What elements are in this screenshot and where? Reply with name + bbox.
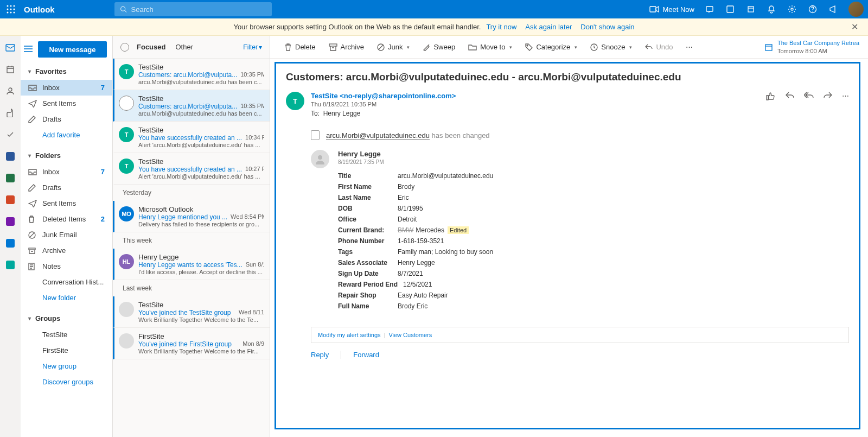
- account-avatar[interactable]: [848, 2, 864, 17]
- modify-alert-link[interactable]: Modify my alert settings: [318, 332, 381, 338]
- delete-button[interactable]: Delete: [279, 40, 321, 55]
- help-icon[interactable]: [807, 4, 818, 15]
- onenote-app-icon[interactable]: [5, 216, 16, 227]
- document-icon: [311, 130, 320, 140]
- new-folder-link[interactable]: New folder: [21, 290, 112, 306]
- nav-item-junk-email[interactable]: Junk Email: [21, 227, 112, 243]
- ask-later-link[interactable]: Ask again later: [525, 23, 572, 31]
- calendar-peek[interactable]: The Best Car Company Retrea Tomorrow 8:0…: [764, 39, 859, 55]
- select-all-toggle[interactable]: [120, 43, 129, 52]
- nav-item-sent-items[interactable]: Sent Items: [21, 96, 112, 111]
- nav-item-firstsite[interactable]: FirstSite: [21, 343, 112, 358]
- chevron-down-icon: ▾: [629, 45, 632, 50]
- calendar-rail-icon[interactable]: [5, 64, 16, 75]
- logo[interactable]: Outlook: [24, 5, 55, 14]
- changed-item-link[interactable]: arcu.Morbi@vulputateduinec.edu: [326, 131, 430, 140]
- app-launcher-icon[interactable]: [4, 3, 17, 16]
- more-icon[interactable]: ⋯: [842, 92, 849, 102]
- nav-item-inbox[interactable]: Inbox7: [21, 80, 112, 96]
- nav-item-testsite[interactable]: TestSite: [21, 327, 112, 343]
- edited-badge: Edited: [448, 226, 469, 234]
- files-rail-icon[interactable]: [5, 107, 16, 118]
- search-box[interactable]: [114, 2, 272, 16]
- modifier-avatar: [311, 150, 329, 168]
- message-avatar: T: [119, 64, 134, 79]
- nav-item-label: Drafts: [42, 115, 61, 123]
- nav-item-deleted-items[interactable]: Deleted Items2: [21, 211, 112, 227]
- try-it-now-link[interactable]: Try it now: [486, 23, 516, 31]
- tab-focused[interactable]: Focused: [137, 43, 165, 51]
- forward-icon[interactable]: [824, 92, 832, 102]
- message-item[interactable]: TestSiteYou've joined the TestSite group…: [113, 296, 270, 328]
- mail-rail-icon[interactable]: [5, 42, 16, 53]
- snooze-button[interactable]: Snooze▾: [585, 40, 637, 54]
- megaphone-icon[interactable]: [828, 4, 839, 15]
- archive-button[interactable]: Archive: [323, 40, 369, 54]
- reply-icon[interactable]: [786, 92, 794, 102]
- undo-button[interactable]: Undo: [640, 40, 678, 54]
- my-day-icon[interactable]: [745, 4, 756, 15]
- teams-chat-icon[interactable]: [704, 4, 715, 15]
- svg-point-33: [318, 155, 322, 160]
- field-row: DOB8/1/1995: [338, 203, 493, 214]
- like-icon[interactable]: [766, 92, 776, 102]
- yammer-app-icon[interactable]: [5, 238, 16, 249]
- bookings-app-icon[interactable]: [5, 259, 16, 270]
- teams-icon[interactable]: [725, 4, 736, 15]
- sender-avatar[interactable]: T: [286, 92, 304, 110]
- add-favorite-link[interactable]: Add favorite: [21, 127, 112, 143]
- field-row: Phone Number1-618-159-3521: [338, 236, 493, 246]
- forward-button[interactable]: Forward: [353, 351, 379, 359]
- alert-links: Modify my alert settings|View Customers: [311, 327, 849, 343]
- nav-item-label: TestSite: [42, 331, 67, 339]
- filter-button[interactable]: Filter▾: [243, 43, 262, 51]
- new-group-link[interactable]: New group: [21, 358, 112, 374]
- close-icon[interactable]: ✕: [851, 22, 858, 32]
- people-rail-icon[interactable]: [5, 86, 16, 97]
- reply-button[interactable]: Reply: [311, 351, 329, 359]
- message-item[interactable]: TTestSiteYou have successfully created a…: [113, 153, 270, 185]
- message-item[interactable]: MOMicrosoft OutlookHenry Legge mentioned…: [113, 201, 270, 232]
- reply-all-icon[interactable]: [804, 92, 814, 102]
- nav-item-inbox[interactable]: Inbox7: [21, 164, 112, 180]
- nav-item-conversation-hist-[interactable]: Conversation Hist...: [21, 274, 112, 290]
- settings-icon[interactable]: [787, 4, 797, 15]
- sender-name[interactable]: TestSite <no-reply@sharepointonline.com>: [311, 92, 760, 100]
- view-customers-link[interactable]: View Customers: [388, 332, 432, 338]
- discover-groups-link[interactable]: Discover groups: [21, 374, 112, 390]
- categorize-button[interactable]: Categorize▾: [520, 40, 583, 54]
- message-item[interactable]: TestSiteCustomers: arcu.Morbi@vulputa...…: [113, 90, 270, 122]
- nav-item-sent-items[interactable]: Sent Items: [21, 195, 112, 211]
- todo-rail-icon[interactable]: [5, 129, 16, 140]
- message-item[interactable]: TTestSiteYou have successfully created a…: [113, 122, 270, 153]
- dont-show-link[interactable]: Don't show again: [580, 23, 634, 31]
- move-to-button[interactable]: Move to▾: [463, 40, 518, 54]
- message-item[interactable]: FirstSiteYou've joined the FirstSite gro…: [113, 328, 270, 359]
- tab-other[interactable]: Other: [175, 43, 193, 51]
- message-item[interactable]: HLHenry LeggeHenry Legge wants to access…: [113, 249, 270, 280]
- groups-header[interactable]: ▾Groups: [21, 310, 112, 327]
- more-actions-button[interactable]: ⋯: [680, 40, 698, 54]
- nav-item-label: Notes: [42, 262, 61, 270]
- sweep-button[interactable]: Sweep: [417, 40, 461, 54]
- favorites-header[interactable]: ▾Favorites: [21, 63, 112, 80]
- notifications-icon[interactable]: [766, 4, 777, 15]
- nav-item-drafts[interactable]: Drafts: [21, 111, 112, 127]
- field-value: 12/5/2021: [403, 281, 432, 288]
- message-item[interactable]: TTestSiteCustomers: arcu.Morbi@vulputa..…: [113, 59, 270, 90]
- powerpoint-app-icon[interactable]: [5, 194, 16, 205]
- word-app-icon[interactable]: [5, 151, 16, 162]
- hamburger-icon[interactable]: [24, 45, 33, 54]
- nav-item-drafts[interactable]: Drafts: [21, 180, 112, 195]
- new-message-button[interactable]: New message: [38, 41, 107, 58]
- message-preview: Work Brilliantly Together Welcome to the…: [138, 348, 264, 354]
- nav-item-notes[interactable]: Notes: [21, 258, 112, 274]
- nav-item-archive[interactable]: Archive: [21, 243, 112, 258]
- meet-now-button[interactable]: Meet Now: [649, 5, 694, 14]
- junk-button[interactable]: Junk▾: [372, 40, 415, 54]
- search-input[interactable]: [131, 5, 266, 14]
- folders-header[interactable]: ▾Folders: [21, 147, 112, 164]
- svg-line-10: [125, 10, 126, 12]
- field-label: Sales Associate: [338, 259, 392, 267]
- excel-app-icon[interactable]: [5, 173, 16, 183]
